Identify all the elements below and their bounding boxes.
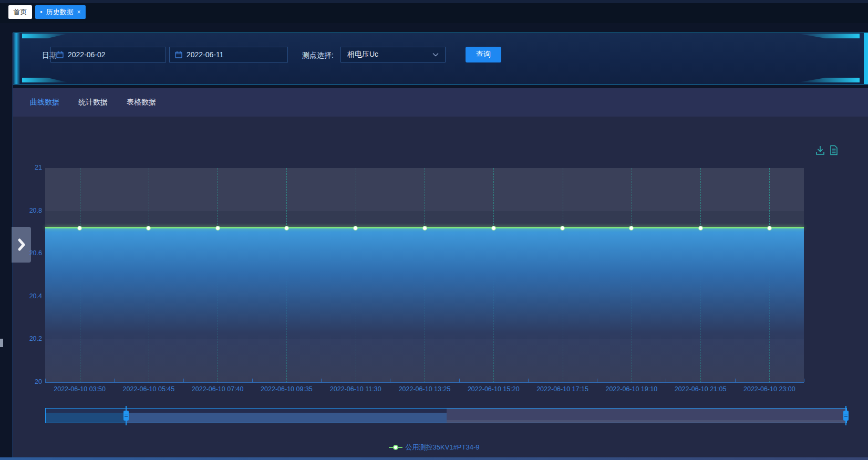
date-start-value: 2022-06-02 bbox=[68, 50, 106, 59]
x-axis-tick bbox=[114, 379, 115, 382]
tab-home-label: 首页 bbox=[14, 7, 27, 17]
x-axis-tick-label: 2022-06-10 05:45 bbox=[109, 385, 188, 393]
y-axis-tick-label: 20.8 bbox=[15, 207, 42, 214]
x-axis-tick-label: 2022-06-10 19:10 bbox=[592, 385, 671, 393]
data-point bbox=[491, 226, 496, 231]
x-axis-tick-label: 2022-06-10 07:40 bbox=[178, 385, 257, 393]
tab-stats-data[interactable]: 统计数据 bbox=[78, 98, 108, 107]
legend-marker-icon bbox=[389, 447, 402, 448]
x-axis-tick bbox=[321, 379, 322, 382]
filter-glow-left bbox=[13, 33, 20, 84]
point-select-value: 相电压Uc bbox=[347, 50, 378, 59]
legend-item[interactable]: 公用测控35KV1#PT34-9 bbox=[389, 443, 480, 452]
data-point bbox=[422, 226, 427, 231]
x-axis-tick-label: 2022-06-10 21:05 bbox=[661, 385, 740, 393]
y-axis-tick-label: 21 bbox=[15, 164, 42, 171]
datazoom-right-region[interactable] bbox=[447, 409, 846, 423]
y-axis-tick-label: 20.6 bbox=[15, 249, 42, 257]
data-point bbox=[767, 226, 772, 231]
y-axis-tick-label: 20 bbox=[15, 378, 42, 385]
tab-home[interactable]: 首页 bbox=[8, 5, 32, 19]
close-icon[interactable]: × bbox=[77, 8, 81, 16]
datazoom-grip-icon[interactable] bbox=[123, 411, 129, 421]
tab-history-data[interactable]: ● 历史数据 × bbox=[35, 5, 86, 19]
y-axis-tick-label: 20.2 bbox=[15, 335, 42, 342]
app-root: 首页 ● 历史数据 × 日期: 2022-06-02 2022-06-11 测点… bbox=[0, 0, 868, 460]
x-axis-line bbox=[45, 382, 804, 383]
date-input-end[interactable]: 2022-06-11 bbox=[169, 47, 288, 62]
x-axis-tick bbox=[735, 379, 736, 382]
date-input-start[interactable]: 2022-06-02 bbox=[50, 47, 166, 62]
point-select[interactable]: 相电压Uc bbox=[340, 47, 446, 62]
download-icon[interactable] bbox=[815, 145, 825, 155]
chart-toolbox bbox=[815, 145, 838, 155]
data-point bbox=[77, 226, 82, 231]
x-axis-tick-label: 2022-06-10 15:20 bbox=[454, 385, 533, 393]
view-tab-bar: 曲线数据统计数据表格数据 bbox=[13, 88, 868, 117]
query-button[interactable]: 查询 bbox=[466, 47, 501, 62]
data-point bbox=[698, 226, 703, 231]
x-axis-tick bbox=[252, 379, 253, 382]
x-axis-tick bbox=[666, 379, 666, 382]
date-end-value: 2022-06-11 bbox=[187, 50, 224, 59]
series-area-fill bbox=[45, 228, 804, 382]
data-view-icon[interactable] bbox=[830, 145, 838, 155]
x-axis-tick-label: 2022-06-10 11:30 bbox=[316, 385, 395, 393]
datazoom-left-region[interactable] bbox=[46, 409, 126, 423]
calendar-icon bbox=[175, 51, 182, 58]
data-point bbox=[353, 226, 358, 231]
tab-table-data[interactable]: 表格数据 bbox=[127, 98, 156, 107]
tab-bar bbox=[0, 3, 868, 23]
calendar-icon bbox=[56, 51, 64, 58]
data-point bbox=[560, 226, 565, 231]
point-select-label: 测点选择: bbox=[302, 51, 334, 60]
filter-glow-right bbox=[864, 33, 868, 84]
x-axis-tick-label: 2022-06-10 13:25 bbox=[385, 385, 464, 393]
x-axis-tick-label: 2022-06-10 09:35 bbox=[247, 385, 326, 393]
collapse-panel-handle[interactable] bbox=[12, 227, 31, 263]
x-axis-tick bbox=[459, 379, 460, 382]
active-dot-icon: ● bbox=[40, 10, 43, 14]
datazoom-grip-icon[interactable] bbox=[843, 411, 849, 421]
x-axis-tick-label: 2022-06-10 17:15 bbox=[523, 385, 602, 393]
x-axis-tick bbox=[390, 379, 390, 382]
x-axis-tick bbox=[45, 379, 46, 382]
x-axis-tick bbox=[183, 379, 184, 382]
x-axis-tick-label: 2022-06-10 03:50 bbox=[40, 385, 119, 393]
legend-label: 公用测控35KV1#PT34-9 bbox=[406, 443, 480, 452]
x-axis-tick-label: 2022-06-10 23:00 bbox=[730, 385, 809, 393]
datazoom-slider[interactable] bbox=[45, 408, 847, 423]
chart-legend: 公用测控35KV1#PT34-9 bbox=[0, 443, 868, 452]
x-axis-tick bbox=[528, 379, 529, 382]
tab-history-label: 历史数据 bbox=[46, 7, 74, 17]
data-point bbox=[284, 226, 289, 231]
datazoom-window[interactable] bbox=[126, 409, 447, 423]
chevron-down-icon bbox=[432, 53, 439, 57]
bottom-edge bbox=[0, 457, 868, 460]
tab-curve-data[interactable]: 曲线数据 bbox=[30, 98, 59, 107]
x-axis-tick bbox=[597, 379, 597, 382]
datazoom-handle-left[interactable] bbox=[126, 406, 127, 425]
x-axis-tick bbox=[804, 379, 804, 382]
data-point bbox=[629, 226, 634, 231]
left-edge-notch bbox=[0, 339, 3, 347]
data-point bbox=[215, 226, 220, 231]
datazoom-handle-right[interactable] bbox=[845, 406, 846, 425]
y-axis-tick-label: 20.4 bbox=[15, 292, 42, 300]
